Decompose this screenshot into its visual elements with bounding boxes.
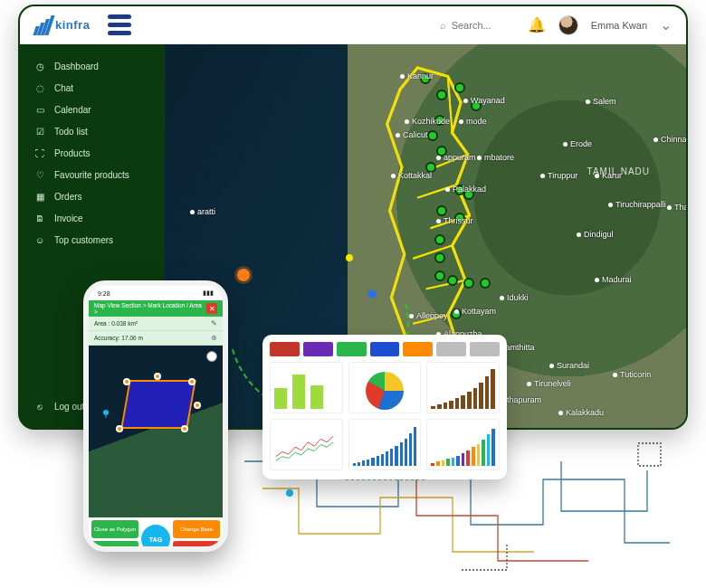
app-header: kinfra ⌕ 🔔 Emma Kwan ⌄ <box>20 6 686 44</box>
map-marker[interactable] <box>427 130 438 141</box>
close-polygon-button[interactable]: Close as Polygon <box>91 520 138 538</box>
notifications-icon[interactable]: 🔔 <box>528 16 546 33</box>
location-pin-icon <box>101 409 110 418</box>
phone-accuracy-row: Accuracy: 17.06 m ⊕ <box>89 331 223 346</box>
nav-icon: ☑ <box>34 126 45 137</box>
chevron-down-icon[interactable]: ⌄ <box>660 16 672 33</box>
sidebar-item-calendar[interactable]: ▭Calendar <box>20 99 165 120</box>
kpi-tile[interactable] <box>270 342 300 356</box>
sidebar-item-chat[interactable]: ◌Chat <box>20 77 165 99</box>
close-polyline-button[interactable]: Close as Polyline <box>91 541 138 553</box>
city-label: Kottakkal <box>391 171 432 180</box>
sidebar-item-top-customers[interactable]: ☺Top customers <box>20 229 165 251</box>
sidebar-item-invoice[interactable]: 🗎Invoice <box>20 207 165 229</box>
chart-bar-brown[interactable] <box>426 362 500 413</box>
drawn-polygon[interactable] <box>123 382 195 427</box>
avatar[interactable] <box>558 15 578 35</box>
sidebar-item-label: Log out <box>54 402 84 412</box>
chart-bar-large[interactable] <box>270 362 343 413</box>
sidebar-item-label: Dashboard <box>54 62 99 71</box>
brand-name: kinfra <box>55 18 90 32</box>
svg-point-0 <box>286 489 293 497</box>
city-label: mode <box>459 117 487 126</box>
nav-icon: ◷ <box>34 61 45 71</box>
polygon-handle[interactable] <box>181 425 188 432</box>
chart-lines[interactable] <box>270 419 343 470</box>
map-marker[interactable] <box>447 275 458 286</box>
sidebar-item-label: Todo list <box>54 127 88 137</box>
kpi-tile[interactable] <box>337 342 367 356</box>
locate-icon[interactable]: ⊕ <box>211 334 217 342</box>
sidebar-item-label: Products <box>54 148 90 158</box>
route-point <box>346 254 353 261</box>
kpi-tile[interactable] <box>470 342 500 356</box>
city-label: aratti <box>190 207 215 216</box>
phone-toolbar: Close as Polygon TAG Change Base Close a… <box>89 517 223 552</box>
menu-toggle[interactable] <box>108 14 131 35</box>
chart-bar-multi[interactable] <box>426 419 500 470</box>
sidebar-item-dashboard[interactable]: ◷Dashboard <box>20 55 165 77</box>
polygon-handle[interactable] <box>123 378 130 385</box>
sidebar-item-label: Top customers <box>54 235 113 245</box>
phone-frame: 9:28 ▮▮▮ Map View Section > Mark Locatio… <box>83 280 228 552</box>
city-label: Karur <box>595 171 622 180</box>
map-marker[interactable] <box>480 278 491 289</box>
city-label: Kannur <box>400 71 434 81</box>
clear-map-button[interactable]: Clear Map <box>173 541 220 553</box>
brand-logo[interactable]: kinfra <box>34 15 90 35</box>
polygon-handle[interactable] <box>154 373 161 380</box>
phone-time: 9:28 <box>98 290 110 297</box>
city-label: Wayanad <box>463 96 505 105</box>
city-label: Tha <box>667 203 686 212</box>
kpi-tile[interactable] <box>403 342 433 356</box>
phone-map[interactable] <box>89 346 223 517</box>
city-label: Salem <box>586 97 616 106</box>
nav-icon: ▭ <box>34 104 45 115</box>
nav-icon: ⛶ <box>34 147 45 158</box>
sidebar-item-orders[interactable]: ▦Orders <box>20 185 165 207</box>
sidebar-item-products[interactable]: ⛶Products <box>20 142 165 164</box>
city-label: Kottayam <box>454 307 496 316</box>
logo-mark-icon <box>34 15 52 35</box>
nav-icon: ◌ <box>34 82 45 93</box>
buoy-marker[interactable] <box>237 269 250 281</box>
city-label: Surandai <box>549 361 589 370</box>
nav-icon: ▦ <box>34 191 45 202</box>
map-marker[interactable] <box>434 234 445 245</box>
map-marker[interactable] <box>434 270 445 281</box>
close-icon[interactable]: ✕ <box>206 303 217 314</box>
city-label: Thrissur <box>436 216 473 225</box>
polygon-handle[interactable] <box>194 402 201 409</box>
chart-bar-blue[interactable] <box>348 419 422 470</box>
kpi-tile[interactable] <box>436 342 466 356</box>
city-label: Tiruchirappalli <box>608 200 666 209</box>
search-icon: ⌕ <box>440 20 446 31</box>
kpi-tile[interactable] <box>303 342 333 356</box>
user-name[interactable]: Emma Kwan <box>591 20 647 31</box>
sidebar-item-label: Chat <box>54 83 73 93</box>
sidebar-item-favourite-products[interactable]: ♡Favourite products <box>20 164 165 185</box>
map-marker[interactable] <box>463 278 474 289</box>
map-marker[interactable] <box>436 205 447 216</box>
city-label: Tiruppur <box>540 171 577 180</box>
kpi-tile[interactable] <box>370 342 400 356</box>
recenter-icon[interactable] <box>206 351 217 362</box>
city-label: Kalakkadu <box>558 408 604 417</box>
phone-area-row: Area : 0.038 km² ✎ <box>89 317 223 331</box>
tag-button[interactable]: TAG <box>141 525 170 552</box>
route-point <box>368 290 376 298</box>
accuracy-value: Accuracy: 17.06 m <box>94 335 143 341</box>
signal-icon: ▮▮▮ <box>203 289 214 297</box>
svg-point-2 <box>103 410 109 415</box>
sidebar-item-todo-list[interactable]: ☑Todo list <box>20 120 165 142</box>
map-marker[interactable] <box>434 252 445 263</box>
edit-icon[interactable]: ✎ <box>211 319 217 327</box>
change-base-button[interactable]: Change Base <box>173 520 220 538</box>
polygon-handle[interactable] <box>116 425 123 432</box>
polygon-handle[interactable] <box>188 378 196 385</box>
search-box[interactable]: ⌕ <box>440 20 515 31</box>
map-marker[interactable] <box>454 82 465 93</box>
search-input[interactable] <box>452 20 515 31</box>
chart-pie[interactable] <box>348 362 422 413</box>
map-marker[interactable] <box>436 90 447 100</box>
